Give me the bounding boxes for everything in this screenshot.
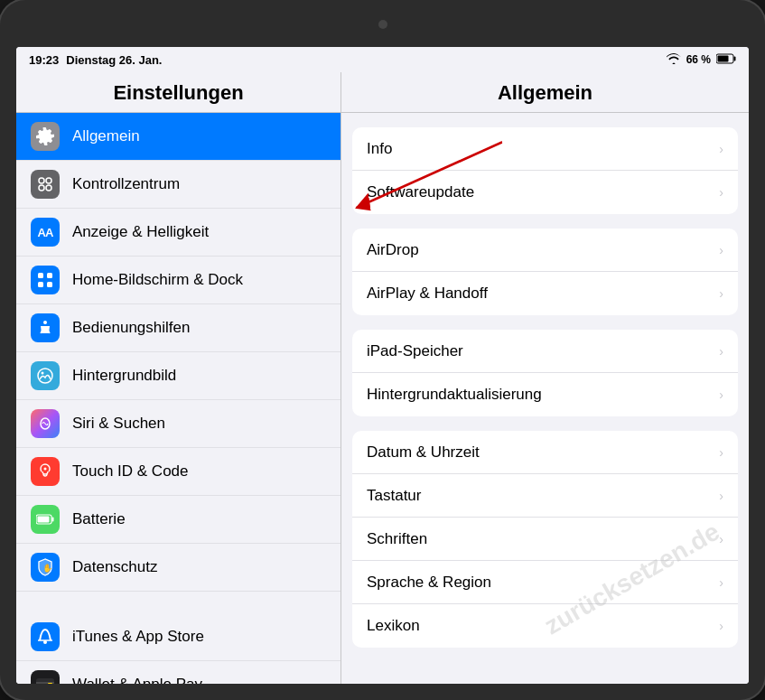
lexikon-chevron: › — [719, 619, 723, 633]
settings-row-schriften[interactable]: Schriften › — [352, 518, 738, 561]
svg-point-13 — [38, 369, 52, 383]
siri-label: Siri & Suchen — [72, 415, 165, 433]
wifi-icon — [667, 53, 681, 67]
battery-percentage: 66 % — [686, 53, 711, 66]
bedienungshilfen-label: Bedienungshilfen — [72, 319, 190, 337]
camera — [378, 20, 387, 29]
right-title: Allgemein — [356, 81, 734, 105]
status-left: 19:23 Dienstag 26. Jan. — [29, 53, 162, 67]
sidebar-item-wallet[interactable]: Wallet & Apple Pay — [16, 661, 341, 684]
lexikon-label: Lexikon — [367, 617, 712, 635]
info-chevron: › — [719, 142, 723, 156]
settings-row-airplay[interactable]: AirPlay & Handoff › — [352, 272, 738, 315]
sidebar-item-touchid[interactable]: Touch ID & Code — [16, 448, 341, 496]
settings-group-2: AirDrop › AirPlay & Handoff › — [352, 229, 738, 315]
settings-content: Info › Softwareupdate › AirDrop › — [341, 113, 749, 677]
svg-point-4 — [39, 178, 44, 183]
sidebar-item-anzeige[interactable]: AA Anzeige & Helligkeit — [16, 209, 341, 257]
ipad-frame: 19:23 Dienstag 26. Jan. 66 % — [0, 0, 765, 700]
settings-row-datum[interactable]: Datum & Uhrzeit › — [352, 431, 738, 474]
svg-text:✋: ✋ — [42, 563, 53, 574]
hintergrundbild-label: Hintergrundbild — [72, 367, 176, 385]
airplay-chevron: › — [719, 286, 723, 301]
settings-row-softwareupdate[interactable]: Softwareupdate › — [352, 171, 738, 214]
svg-point-16 — [44, 468, 47, 471]
kontrollzentrum-icon — [31, 170, 60, 199]
datum-label: Datum & Uhrzeit — [367, 443, 712, 462]
sidebar-header: Einstellungen — [16, 72, 341, 113]
schriften-label: Schriften — [367, 530, 712, 548]
tastatur-label: Tastatur — [367, 487, 712, 505]
sidebar-item-datenschutz[interactable]: ✋ Datenschutz — [16, 544, 341, 592]
datum-chevron: › — [719, 445, 723, 460]
sidebar-item-allgemein[interactable]: Allgemein — [16, 113, 341, 161]
settings-group-1: Info › Softwareupdate › — [352, 127, 738, 214]
settings-row-tastatur[interactable]: Tastatur › — [352, 474, 738, 518]
main-content: Einstellungen Allgemein — [16, 72, 749, 684]
settings-row-ipad-speicher[interactable]: iPad-Speicher › — [352, 330, 738, 373]
info-label: Info — [367, 140, 712, 158]
bedienungshilfen-icon — [31, 313, 60, 342]
settings-group-3: iPad-Speicher › Hintergrundaktualisierun… — [352, 330, 738, 416]
hintergrundbild-icon — [31, 361, 60, 390]
home-label: Home-Bildschirm & Dock — [72, 271, 243, 289]
time: 19:23 — [29, 53, 59, 67]
softwareupdate-label: Softwareupdate — [367, 183, 712, 201]
svg-rect-24 — [48, 683, 52, 684]
ipad-speicher-label: iPad-Speicher — [367, 342, 712, 360]
settings-row-lexikon[interactable]: Lexikon › — [352, 604, 738, 648]
hintergrundaktualisierung-label: Hintergrundaktualisierung — [367, 386, 712, 404]
hintergrundaktualisierung-chevron: › — [719, 387, 723, 402]
settings-group-4: Datum & Uhrzeit › Tastatur › Schriften › — [352, 431, 738, 648]
sprache-label: Sprache & Region — [367, 574, 712, 592]
datenschutz-label: Datenschutz — [72, 558, 158, 576]
siri-icon — [31, 409, 60, 438]
allgemein-label: Allgemein — [72, 127, 140, 145]
sidebar-item-bedienungshilfen[interactable]: Bedienungshilfen — [16, 304, 341, 352]
airdrop-label: AirDrop — [367, 241, 712, 259]
batterie-label: Batterie — [72, 510, 126, 528]
sidebar-items: Allgemein Kontrollzentrum — [16, 113, 341, 684]
sidebar-item-itunes[interactable]: iTunes & App Store — [16, 613, 341, 661]
itunes-label: iTunes & App Store — [72, 628, 204, 646]
right-panel: Allgemein Info › Softwareupdate › — [341, 72, 749, 684]
status-bar: 19:23 Dienstag 26. Jan. 66 % — [16, 47, 749, 72]
tastatur-chevron: › — [719, 489, 723, 503]
sidebar-item-hintergrundbild[interactable]: Hintergrundbild — [16, 352, 341, 400]
sidebar-item-kontrollzentrum[interactable]: Kontrollzentrum — [16, 161, 341, 209]
anzeige-label: Anzeige & Helligkeit — [72, 223, 209, 241]
right-header: Allgemein — [341, 72, 749, 113]
kontrollzentrum-label: Kontrollzentrum — [72, 175, 180, 193]
battery-icon — [716, 53, 736, 67]
airdrop-chevron: › — [719, 243, 723, 257]
softwareupdate-chevron: › — [719, 185, 723, 200]
svg-rect-9 — [47, 273, 52, 278]
sidebar-item-batterie[interactable]: Batterie — [16, 496, 341, 544]
date: Dienstag 26. Jan. — [66, 53, 162, 67]
ipad-screen: 19:23 Dienstag 26. Jan. 66 % — [16, 47, 749, 684]
svg-rect-2 — [718, 55, 729, 61]
sidebar-title: Einstellungen — [31, 81, 326, 105]
svg-rect-10 — [38, 282, 43, 287]
datenschutz-icon: ✋ — [31, 553, 60, 582]
sidebar-item-siri[interactable]: Siri & Suchen — [16, 400, 341, 448]
schriften-chevron: › — [719, 532, 723, 546]
settings-row-hintergrundaktualisierung[interactable]: Hintergrundaktualisierung › — [352, 373, 738, 416]
settings-row-airdrop[interactable]: AirDrop › — [352, 229, 738, 272]
svg-point-6 — [39, 185, 44, 191]
svg-rect-8 — [38, 273, 43, 278]
home-icon — [31, 266, 60, 294]
status-right: 66 % — [667, 53, 736, 67]
settings-row-info[interactable]: Info › — [352, 127, 738, 171]
svg-point-7 — [46, 185, 51, 191]
svg-rect-11 — [47, 282, 52, 287]
touchid-label: Touch ID & Code — [72, 462, 189, 481]
svg-point-14 — [42, 372, 44, 375]
allgemein-icon — [31, 122, 60, 151]
svg-rect-19 — [38, 517, 50, 523]
sidebar-gap-1 — [16, 592, 341, 613]
settings-row-sprache[interactable]: Sprache & Region › — [352, 561, 738, 604]
sidebar-item-home[interactable]: Home-Bildschirm & Dock — [16, 257, 341, 304]
sprache-chevron: › — [719, 575, 723, 590]
batterie-icon — [31, 505, 60, 534]
